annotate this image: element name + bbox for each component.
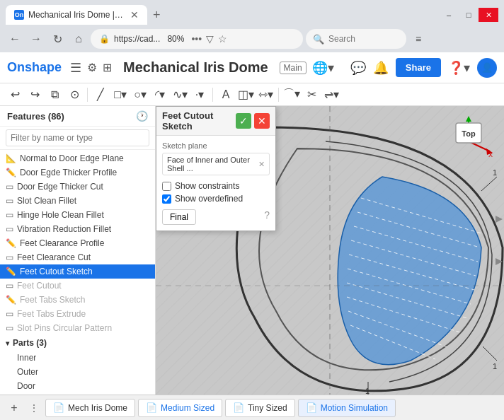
spline-tool[interactable]: ∿▾ [171,86,189,104]
tab-close-icon[interactable]: ✕ [130,9,139,21]
bottom-tab-medium[interactable]: 📄 Medium Sized [138,399,222,417]
dimension-tool[interactable]: ◫▾ [236,86,255,104]
sidebar-item-normal-plane[interactable]: 📐 Normal to Door Edge Plane [0,151,155,165]
bell-icon[interactable]: 🔔 [373,60,389,76]
mirror-tool[interactable]: ⇌▾ [322,86,340,104]
forward-button[interactable]: → [27,30,45,48]
item-label: Hinge Hole Clean Fillet [17,210,104,220]
sidebar-item-vibration-fillet[interactable]: ▭ Vibration Reduction Fillet [0,222,155,236]
point-tool[interactable]: ·▾ [190,86,209,104]
item-label: Feet Clearance Profile [20,238,104,248]
sidebar-item-hinge-fillet[interactable]: ▭ Hinge Hole Clean Fillet [0,208,155,222]
help-circle-icon[interactable]: ? [264,209,270,221]
sidebar-item-slot-pins-pattern[interactable]: ▭ Slot Pins Circular Pattern [0,321,155,335]
trim-tool[interactable]: ✂ [302,86,321,104]
svg-text:Top: Top [462,129,476,138]
address-bar: ← → ↻ ⌂ 🔒 https://cad... 80% ••• ▽ ☆ 🔍 ≡ [0,25,504,52]
url-text: https://cad... [114,34,160,44]
maximize-button[interactable]: □ [459,8,479,22]
item-label: Door Egde Thicker Profile [20,168,117,177]
sidebar-item-outer[interactable]: Outer [0,365,155,379]
parts-section[interactable]: ▾ Parts (3) [0,335,155,351]
clear-plane-icon[interactable]: ✕ [258,160,265,169]
sidebar-item-feet-tabs-sketch[interactable]: ✏️ Feet Tabs Sketch [0,293,155,307]
back-button[interactable]: ← [6,30,24,48]
toolbar: ↩ ↪ ⧉ ⊙ ╱ □▾ ○▾ ◜▾ ∿▾ ·▾ A ◫▾ ⇿▾ ⌒▾ ✂ ⇌▾ [0,83,504,106]
sidebar-item-feet-clearance-profile[interactable]: ✏️ Feet Clearance Profile [0,236,155,250]
constraint-tool[interactable]: ⇿▾ [256,86,275,104]
circle-tool[interactable]: ○▾ [131,86,149,104]
sidebar-item-slot-fillet[interactable]: ▭ Slot Clean Fillet [0,194,155,208]
item-label: Feet Cutout [17,281,62,291]
share-button[interactable]: Share [396,58,441,77]
zoom-badge[interactable]: 80% [164,34,187,44]
final-button[interactable]: Final [162,209,196,225]
bottom-tab-mech-iris[interactable]: 📄 Mech Iris Dome [45,399,135,417]
show-overdefined-checkbox[interactable]: Show overdefined [162,194,270,204]
chevron-down-icon: ▾ [6,339,9,347]
avatar[interactable]: 👤 [477,58,497,78]
item-label: Slot Clean Fillet [17,196,76,206]
text-tool[interactable]: A [217,86,235,104]
browser-menu: ≡ [409,30,428,48]
browser-tab[interactable]: On Mechanical Iris Dome | Mech Ir... ✕ [6,5,147,25]
sketch-plane-label: Sketch plane [162,141,270,150]
shape-tool[interactable]: □▾ [111,86,130,104]
globe-icon[interactable]: 🌐▾ [312,60,334,76]
add-tab-button[interactable]: + [6,399,23,416]
arc-tool[interactable]: ◜▾ [151,86,169,104]
undo-button[interactable]: ↩ [6,86,24,104]
sketch-cancel-button[interactable]: ✕ [254,113,270,129]
paste-button[interactable]: ⊙ [65,86,84,104]
sketch-dialog: Feet Cutout Sketch ✓ ✕ Sketch plane Face… [156,106,276,231]
chat-icon[interactable]: 💬 [350,60,366,76]
pocket-icon[interactable]: ▽ [206,33,214,45]
sidebar-item-door[interactable]: Door [0,379,155,393]
viewport[interactable]: Feet Cutout Sketch ✓ ✕ Sketch plane Face… [156,106,504,395]
minimize-button[interactable]: – [439,8,459,22]
sidebar-filter-input[interactable] [6,129,149,146]
close-button[interactable]: ✕ [479,8,498,22]
add-tab-button-2[interactable]: ⋮ [25,399,42,416]
doc-icon: 📄 [146,402,157,413]
line-tool[interactable]: ╱ [91,86,110,104]
redo-button[interactable]: ↪ [25,86,44,104]
more-icon[interactable]: ••• [191,33,202,45]
home-button[interactable]: ⌂ [69,30,88,48]
hamburger-menu[interactable]: ☰ [70,60,81,76]
sidebar-item-feet-clearance-cut[interactable]: ▭ Feet Clearance Cut [0,250,155,264]
help-icon[interactable]: ❓▾ [448,60,470,76]
svg-text:1: 1 [365,387,370,395]
sketch-plane-value[interactable]: Face of Inner and Outer Shell ... ✕ [162,153,270,175]
item-label: Inner [17,353,36,363]
sidebar-item-feet-tabs-extrude[interactable]: ▭ Feet Tabs Extrude [0,307,155,321]
item-label: Slot Pins Circular Pattern [17,323,112,333]
fillet-tool[interactable]: ⌒▾ [282,86,301,104]
search-box[interactable]: 🔍 [306,29,406,49]
motion-icon: 📄 [306,402,317,413]
sidebar-item-door-edge-profile[interactable]: ✏️ Door Egde Thicker Profile [0,165,155,180]
constraints-check[interactable] [162,182,171,191]
sidebar-clock-icon[interactable]: 🕐 [136,110,148,122]
new-tab-button[interactable]: + [153,8,161,23]
grid-icon[interactable]: ⊞ [103,61,112,74]
address-input[interactable]: 🔒 https://cad... 80% ••• ▽ ☆ [91,29,303,49]
search-input[interactable] [328,34,399,44]
view-cube[interactable]: Top X [440,113,497,172]
sketch-ok-button[interactable]: ✓ [236,113,251,129]
plane-text: Face of Inner and Outer Shell ... [167,156,258,173]
sidebar-header: Features (86) 🕐 [0,106,155,127]
show-constraints-checkbox[interactable]: Show constraints [162,181,270,191]
sidebar-item-feet-cutout-sketch[interactable]: ✏️ Feet Cutout Sketch [0,264,155,279]
reload-button[interactable]: ↻ [48,30,67,48]
overdefined-check[interactable] [162,194,171,204]
extensions-button[interactable]: ≡ [409,30,428,48]
bottom-tab-tiny[interactable]: 📄 Tiny Sized [225,399,295,417]
bottom-tab-motion[interactable]: 📄 Motion Simulation [298,399,396,417]
sidebar-item-door-edge-cut[interactable]: ▭ Door Edge Thicker Cut [0,180,155,194]
sidebar-item-feet-cutout[interactable]: ▭ Feet Cutout [0,279,155,293]
sidebar-item-inner[interactable]: Inner [0,351,155,365]
settings-icon[interactable]: ⚙ [87,61,97,74]
star-icon[interactable]: ☆ [218,33,227,45]
copy-button[interactable]: ⧉ [45,86,64,104]
